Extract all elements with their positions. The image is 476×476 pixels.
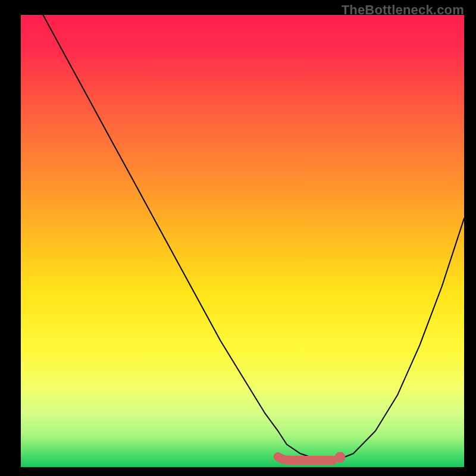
optimal-zone-marker [278, 457, 333, 461]
plot-area [21, 15, 464, 467]
chart-svg [21, 15, 464, 467]
chart-frame: TheBottleneck.com [0, 0, 476, 476]
optimal-point-dot [334, 452, 345, 463]
gradient-background [21, 15, 464, 467]
